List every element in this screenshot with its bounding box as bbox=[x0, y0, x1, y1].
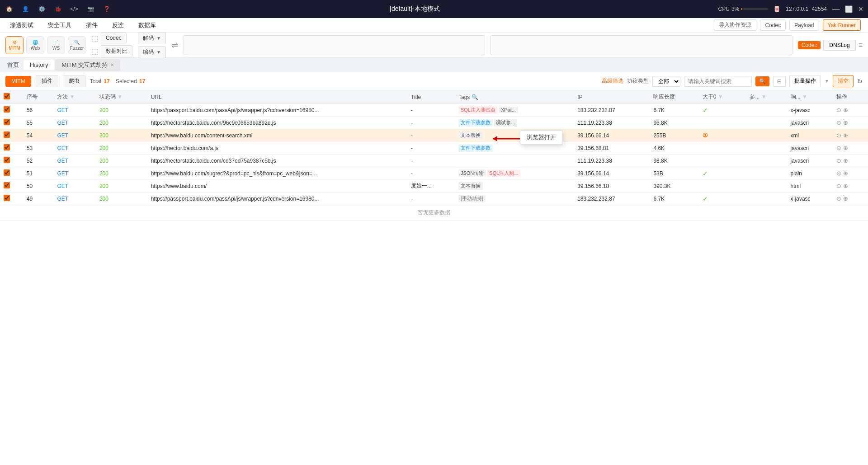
op-icon-49-2[interactable]: ⊕ bbox=[843, 195, 848, 202]
op-icon-53-2[interactable]: ⊕ bbox=[843, 145, 848, 151]
table-row[interactable]: 55 GET 200 https://hectorstatic.baidu.co… bbox=[0, 117, 868, 129]
op-icon-51-1[interactable]: ⊙ bbox=[836, 170, 841, 177]
row-checkbox-55[interactable] bbox=[4, 119, 10, 125]
yak-runner-btn[interactable]: Yak Runner bbox=[823, 19, 861, 31]
op-icon-54-1[interactable]: ⊙ bbox=[836, 132, 841, 139]
search-btn[interactable]: 🔍 bbox=[755, 76, 769, 86]
tab-history[interactable]: History bbox=[24, 60, 54, 70]
home-icon[interactable]: 🏠 bbox=[5, 5, 14, 14]
fuzzer-label: Fuzzer bbox=[70, 46, 84, 51]
filter-crawl-btn[interactable]: 爬虫 bbox=[63, 75, 85, 87]
row-resp-52: javascri bbox=[787, 155, 833, 167]
op-icon-54-2[interactable]: ⊕ bbox=[843, 132, 848, 139]
menu-items: 渗透测试 安全工具 插件 反连 数据库 bbox=[7, 19, 159, 31]
row-checkbox-53[interactable] bbox=[4, 144, 10, 150]
menu-database[interactable]: 数据库 bbox=[136, 19, 159, 31]
filter-icon-resp[interactable]: ▼ bbox=[802, 94, 807, 100]
row-method-54: GET bbox=[53, 129, 95, 142]
encode-btn[interactable]: 编码 ▼ bbox=[138, 46, 166, 58]
row-method-51: GET bbox=[53, 167, 95, 180]
row-resp-50: html bbox=[787, 180, 833, 193]
top-bar-right: CPU 3% 🀄 127.0.0.1 42554 — ⬜ ✕ bbox=[718, 5, 863, 13]
dnslog-btn[interactable]: DNSLog bbox=[823, 40, 855, 51]
data-compare-btn[interactable]: 数据对比 bbox=[101, 45, 132, 57]
tab-mitm-close[interactable]: ✕ bbox=[110, 62, 114, 67]
mitm-tool-btn[interactable]: ⚙ MITM bbox=[5, 36, 24, 54]
row-id-49: 49 bbox=[23, 193, 54, 205]
settings-icon[interactable]: ⚙️ bbox=[37, 5, 46, 14]
decode-btn[interactable]: 解码 ▼ bbox=[138, 32, 166, 44]
fuzzer-tool-btn[interactable]: 🔍 Fuzzer bbox=[68, 36, 86, 54]
camera-icon[interactable]: 📷 bbox=[86, 5, 95, 14]
op-icon-1[interactable]: ⊙ bbox=[836, 107, 841, 113]
op-icon-55-2[interactable]: ⊕ bbox=[843, 119, 848, 126]
tab-mitm-label: MITM 交互式劫持 bbox=[61, 61, 108, 69]
input-area[interactable] bbox=[184, 35, 485, 55]
filter-plugin-btn[interactable]: 插件 bbox=[36, 75, 58, 87]
filter-icon-tags[interactable]: 🔍 bbox=[472, 94, 478, 100]
op-icon-53-1[interactable]: ⊙ bbox=[836, 145, 841, 151]
filter-icon-gt0[interactable]: ▼ bbox=[718, 94, 723, 100]
col-param-label: 参... bbox=[750, 94, 760, 100]
batch-op-btn[interactable]: 批量操作 bbox=[789, 75, 821, 87]
row-checkbox-50[interactable] bbox=[4, 182, 10, 188]
advanced-filter-btn[interactable]: 高级筛选 bbox=[602, 77, 623, 85]
output-area[interactable] bbox=[491, 35, 792, 55]
toolbar: ⚙ MITM 🌐 Web 📄 WS 🔍 Fuzzer ⬚ Codec ⬚ 数据对… bbox=[0, 33, 868, 58]
ip-text: 127.0.0.1 bbox=[786, 6, 808, 12]
protocol-select[interactable]: 全部 bbox=[652, 76, 680, 87]
payload-btn[interactable]: Payload bbox=[789, 19, 819, 31]
row-checkbox-49[interactable] bbox=[4, 195, 10, 201]
filter-mitm-btn[interactable]: MITM bbox=[5, 76, 31, 87]
menu-pentest[interactable]: 渗透测试 bbox=[7, 19, 36, 31]
row-checkbox-54[interactable] bbox=[4, 132, 10, 138]
filter-icon-method[interactable]: ▼ bbox=[70, 94, 75, 100]
selected-label: Selected bbox=[116, 78, 137, 85]
bug-icon[interactable]: 🐞 bbox=[53, 5, 62, 14]
table-row[interactable]: 56 GET 200 https://passport.baidu.com/pa… bbox=[0, 104, 868, 117]
table-row[interactable]: 52 GET 200 https://hectorstatic.baidu.co… bbox=[0, 155, 868, 167]
tab-home[interactable]: 首页 bbox=[4, 59, 23, 71]
op-icon-50-2[interactable]: ⊕ bbox=[843, 183, 848, 189]
op-icon-52-2[interactable]: ⊕ bbox=[843, 157, 848, 164]
search-input[interactable] bbox=[684, 76, 752, 87]
select-all-checkbox[interactable] bbox=[4, 93, 10, 99]
row-length-51: 53B bbox=[650, 167, 698, 180]
op-icon-55-1[interactable]: ⊙ bbox=[836, 119, 841, 126]
codec-main-btn[interactable]: Codec bbox=[101, 33, 127, 43]
row-checkbox-56[interactable] bbox=[4, 106, 10, 113]
refresh-icon[interactable]: ↻ bbox=[857, 78, 863, 85]
filter-icon-status[interactable]: ▼ bbox=[117, 94, 123, 100]
op-icon-49-1[interactable]: ⊙ bbox=[836, 195, 841, 202]
table-row[interactable]: 53 GET 200 https://hector.baidu.com/a.js… bbox=[0, 142, 868, 155]
user-icon[interactable]: 👤 bbox=[21, 5, 30, 14]
minus-icon[interactable]: — bbox=[832, 5, 840, 13]
filter-icon-param[interactable]: ▼ bbox=[761, 94, 767, 100]
more-icon[interactable]: ≡ bbox=[859, 41, 863, 49]
op-icon-2[interactable]: ⊕ bbox=[843, 107, 848, 113]
code-icon[interactable]: </> bbox=[70, 5, 79, 14]
op-icon-51-2[interactable]: ⊕ bbox=[843, 170, 848, 177]
row-checkbox-52[interactable] bbox=[4, 157, 10, 163]
op-icon-50-1[interactable]: ⊙ bbox=[836, 183, 841, 189]
codec-menu-btn[interactable]: Codec bbox=[760, 19, 786, 31]
table-row[interactable]: 51 GET 200 https://www.baidu.com/sugrec?… bbox=[0, 167, 868, 180]
menu-security-tools[interactable]: 安全工具 bbox=[45, 19, 74, 31]
row-checkbox-51[interactable] bbox=[4, 169, 10, 176]
ws-tool-btn[interactable]: 📄 WS bbox=[47, 36, 65, 54]
table-row[interactable]: 49 GET 200 https://passport.baidu.com/pa… bbox=[0, 193, 868, 205]
menu-reverse[interactable]: 反连 bbox=[109, 19, 127, 31]
filter-icon-btn[interactable]: ⊟ bbox=[773, 76, 786, 87]
clear-btn[interactable]: 清空 bbox=[833, 75, 854, 87]
restore-icon[interactable]: ⬜ bbox=[845, 5, 853, 13]
op-icon-52-1[interactable]: ⊙ bbox=[836, 157, 841, 164]
help-icon[interactable]: ❓ bbox=[102, 5, 111, 14]
tab-mitm[interactable]: MITM 交互式劫持 ✕ bbox=[55, 59, 120, 71]
table-row[interactable]: 50 GET 200 https://www.baidu.com/ 度娘一...… bbox=[0, 180, 868, 193]
table-row-54[interactable]: 54 GET 200 https://www.baidu.com/content… bbox=[0, 129, 868, 142]
menu-plugins[interactable]: 插件 bbox=[83, 19, 100, 31]
web-tool-btn[interactable]: 🌐 Web bbox=[26, 36, 44, 54]
import-resources-btn[interactable]: 导入协作资源 bbox=[714, 19, 756, 31]
decode-label: 解码 bbox=[143, 34, 154, 42]
close-icon[interactable]: ✕ bbox=[858, 5, 863, 13]
